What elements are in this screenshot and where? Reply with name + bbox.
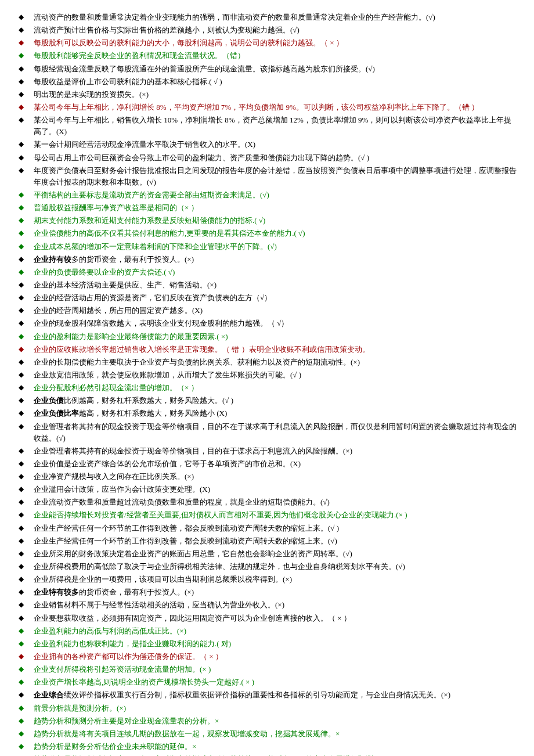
statement-text: 每股股利能够完全反映企业的盈利情况和现金流量状况。（错）	[34, 50, 517, 62]
statement-item: ◆趋势分析是财务分析估价企业未来职能的延伸。×	[17, 741, 517, 753]
statement-item: ◆期末支付能力系数和近期支付能力系数是反映短期偿债能力的指标.( √)	[17, 215, 517, 226]
diamond-bullet-icon: ◆	[17, 292, 34, 303]
statement-text: 每股经营现金流量反映了每股流通在外的普通股所产生的现金流量。该指标越高越为股东们…	[34, 63, 517, 75]
statement-item: ◆某公司今年与上年相比，净利润增长 8%，平均资产增加 7%，平均负债增加 9%…	[17, 102, 517, 113]
statement-text: 某一会计期间经营活动现金净流量水平取决于销售收入的水平。(X)	[34, 139, 517, 150]
diamond-bullet-icon: ◆	[17, 496, 34, 507]
diamond-bullet-icon: ◆	[17, 548, 34, 559]
statement-text: 前景分析就是预测分析。(×)	[34, 703, 517, 714]
diamond-bullet-icon: ◆	[17, 189, 34, 200]
diamond-bullet-icon: ◆	[17, 152, 34, 163]
diamond-bullet-icon: ◆	[17, 89, 34, 100]
statement-text: 企业综合绩效评价指标权重实行百分制，指标权重依据评价指标的重要性和各指标的引导功…	[34, 689, 517, 701]
diamond-bullet-icon: ◆	[17, 421, 34, 432]
statement-item: ◆趋势分析和预测分析主要是对企业现金流量表的分析。×	[17, 715, 517, 727]
diamond-bullet-icon: ◆	[17, 703, 34, 714]
statement-text: 企业偿债能力的高低不仅看其偿付利息的能力,更重要的是看其偿还本金的能力.( √)	[34, 228, 517, 239]
statement-item: ◆企业放宽信用政策，就会使应收账款增加，从而增大了发生坏账损失的可能。(√ )	[17, 369, 517, 381]
diamond-bullet-icon: ◆	[17, 408, 34, 419]
statement-text: 企业拥有的各种资产都可以作为偿还债务的保证。（ × ）	[34, 651, 517, 663]
statement-item: ◆企业所得税费用的高低除了取决于与企业所得税相关法律、法规的规定外，也与企业自身…	[17, 561, 517, 573]
statement-item: ◆企业的现金股利保障倍数越大，表明该企业支付现金股利的能力越强。（ √）	[17, 318, 517, 329]
diamond-bullet-icon: ◆	[17, 50, 34, 61]
statement-text: 平衡结构的主要标志是流动资产的资金需要全部由短期资金来满足。(√)	[34, 189, 517, 201]
diamond-bullet-icon: ◆	[17, 651, 34, 662]
statement-item: ◆企业的长期偿债能力主要取决于企业资产与负债的比例关系、获利能力以及资产的短期流…	[17, 357, 517, 368]
diamond-bullet-icon: ◆	[17, 24, 34, 35]
statement-item: ◆普通股权益报酬率与净资产收益率是相同的（× ）	[17, 202, 517, 214]
diamond-bullet-icon: ◆	[17, 228, 34, 239]
statement-text: 期末支付能力系数和近期支付能力系数是反映短期偿债能力的指标.( √)	[34, 215, 517, 226]
diamond-bullet-icon: ◆	[17, 37, 34, 48]
diamond-bullet-icon: ◆	[17, 12, 34, 23]
statement-text: 某公司今年与上年相比，净利润增长 8%，平均资产增加 7%，平均负债增加 9%。…	[34, 102, 517, 113]
diamond-bullet-icon: ◆	[17, 523, 34, 534]
statement-text: 流动资产的数量和质量通常决定着企业变现能力的强弱，而非流动资产的数量和质量通常决…	[34, 12, 517, 23]
statement-item: ◆企业偿债能力的高低不仅看其偿付利息的能力,更重要的是看其偿还本金的能力.( √…	[17, 228, 517, 239]
statement-text: 企业负债比率越高，财务杠杆系数越大，财务风险越小 (X)	[34, 408, 517, 419]
statement-item: ◆企业盈利能力也称获利能力，是指企业赚取利润的能力.( 对)	[17, 638, 517, 650]
diamond-bullet-icon: ◆	[17, 215, 34, 226]
diamond-bullet-icon: ◆	[17, 715, 34, 726]
statement-text: 企业的长期偿债能力主要取决于企业资产与负债的比例关系、获利能力以及资产的短期流动…	[34, 357, 517, 368]
statement-text: 企业所得税是企业的一项费用，该项目可以由当期利润总额乘以税率得到。(×)	[34, 574, 517, 585]
statement-text: 母公司占用上市公司巨额资金会导致上市公司的盈利能力、资产质量和偿债能力出现下降的…	[34, 152, 517, 164]
statement-text: 某公司今年与上年相比，销售收入增长 10%，净利润增长 8%，资产总额增加 12…	[34, 114, 517, 138]
statement-text: 企业管理者将其持有的现金投资于现金等价物项目，目的在于谋求高于利息流入的风险报酬…	[34, 445, 517, 457]
statement-text: 企业的基本经济活动主要是供应、生产、销售活动。(×)	[34, 279, 517, 291]
statement-text: 趋势分析是财务分析估价企业未来职能的延伸。×	[34, 741, 517, 753]
statement-text: 每股收益是评价上市公司获利能力的基本和核心指标.( √ )	[34, 76, 517, 88]
diamond-bullet-icon: ◆	[17, 305, 34, 316]
statement-item: ◆企业所采用的财务政策决定着企业资产的账面占用总量，它自然也会影响企业的资产周转…	[17, 548, 517, 560]
statement-text: 企业能否持续增长对投资者/经营者至关重要,但对债权人而言相对不重要,因为他们概念…	[34, 509, 517, 521]
diamond-bullet-icon: ◆	[17, 318, 34, 329]
statement-item: ◆企业的盈利能力是影响企业最终偿债能力的最重要因素.( ×)	[17, 331, 517, 343]
diamond-bullet-icon: ◆	[17, 114, 34, 125]
statement-item: ◆某公司今年与上年相比，销售收入增长 10%，净利润增长 8%，资产总额增加 1…	[17, 114, 517, 138]
statement-item: ◆母公司占用上市公司巨额资金会导致上市公司的盈利能力、资产质量和偿债能力出现下降…	[17, 152, 517, 164]
diamond-bullet-icon: ◆	[17, 676, 34, 687]
statement-text: 趋势分析就是将有关项目连续几期的数据放在一起，观察发现增减变动，挖掘其发展规律。…	[34, 728, 517, 740]
diamond-bullet-icon: ◆	[17, 484, 34, 495]
diamond-bullet-icon: ◆	[17, 613, 34, 624]
statement-text: 趋势分析只能评判财务报表项目在一定时期内的增减变动及其趋势，不能对各项目的未来发…	[34, 754, 517, 756]
diamond-bullet-icon: ◆	[17, 254, 34, 265]
diamond-bullet-icon: ◆	[17, 574, 34, 585]
statement-item: ◆明出现的是未实现的投资损失。(×)	[17, 89, 517, 100]
statement-text: 企业负债比例越高，财务杠杆系数越大，财务风险越大。(√ )	[34, 395, 517, 406]
statement-item: ◆趋势分析就是将有关项目连续几期的数据放在一起，观察发现增减变动，挖掘其发展规律…	[17, 728, 517, 740]
statement-text: 企业的经营周期越长，所占用的固定资产越多。(X)	[34, 305, 517, 316]
statement-item: ◆企业的基本经济活动主要是供应、生产、销售活动。(×)	[17, 279, 517, 291]
diamond-bullet-icon: ◆	[17, 728, 34, 739]
statement-text: 企业放宽信用政策，就会使应收账款增加，从而增大了发生坏账损失的可能。(√ )	[34, 369, 517, 381]
statement-text: 企业盈利能力的高低与利润的高低成正比。(×)	[34, 625, 517, 637]
diamond-bullet-icon: ◆	[17, 638, 34, 649]
diamond-bullet-icon: ◆	[17, 382, 34, 393]
statement-text: 企业管理者将其持有的现金投资于现金等价物项目，目的不在于谋求高于利息流入的风险报…	[34, 421, 517, 444]
statement-item: ◆企业持有较多的货币资金，最有利于投资人。(×)	[17, 254, 517, 265]
statement-item: ◆企业流动资产数量和质量超过流动负债数量和质量的程度，就是企业的短期偿债能力。(…	[17, 496, 517, 508]
statement-text: 年度资产负债表日至财务会计报告批准报出日之间发现的报告年度的会计差错，应当按照资…	[34, 165, 517, 188]
diamond-bullet-icon: ◆	[17, 395, 34, 406]
statement-text: 企业支付所得税将引起筹资活动现金流量的增加。(× )	[34, 664, 517, 675]
statement-text: 明出现的是未实现的投资损失。(×)	[34, 89, 517, 100]
statement-item: ◆每股股利可以反映公司的获利能力的大小，每股利润越高，说明公司的获利能力越强。（…	[17, 37, 517, 49]
statement-item: ◆企业的经营活动占用的资源是资产，它们反映在资产负债表的左方（√）	[17, 292, 517, 304]
statement-text: 企业滥用会计政策，应当作为会计政策变更处理。(X)	[34, 484, 517, 495]
statement-text: 流动资产预计出售价格与实际出售价格的差额越小，则被认为变现能力越强。(√)	[34, 24, 517, 36]
statement-item: ◆趋势分析只能评判财务报表项目在一定时期内的增减变动及其趋势，不能对各项目的未来…	[17, 754, 517, 756]
statement-item: ◆企业能否持续增长对投资者/经营者至关重要,但对债权人而言相对不重要,因为他们概…	[17, 509, 517, 521]
statement-item: ◆企业滥用会计政策，应当作为会计政策变更处理。(X)	[17, 484, 517, 495]
diamond-bullet-icon: ◆	[17, 241, 34, 252]
statement-text: 企业的现金股利保障倍数越大，表明该企业支付现金股利的能力越强。（ √）	[34, 318, 517, 329]
diamond-bullet-icon: ◆	[17, 63, 34, 74]
diamond-bullet-icon: ◆	[17, 357, 34, 368]
statement-text: 企业要想获取收益，必须拥有固定资产，因此运用固定资产可以为企业创造直接的收入。（…	[34, 613, 517, 624]
diamond-bullet-icon: ◆	[17, 458, 34, 469]
statement-item: ◆企业成本总额的增加不一定意味着利润的下降和企业管理水平的下降。(√)	[17, 241, 517, 253]
statement-text: 企业生产经营任何一个环节的工作得到改善，都会反映到流动资产周转天数的缩短上来。(…	[34, 523, 517, 534]
statement-item: ◆企业要想获取收益，必须拥有固定资产，因此运用固定资产可以为企业创造直接的收入。…	[17, 613, 517, 624]
statement-item: ◆企业负债比例越高，财务杠杆系数越大，财务风险越大。(√ )	[17, 395, 517, 406]
statement-text: 趋势分析和预测分析主要是对企业现金流量表的分析。×	[34, 715, 517, 727]
diamond-bullet-icon: ◆	[17, 625, 34, 636]
